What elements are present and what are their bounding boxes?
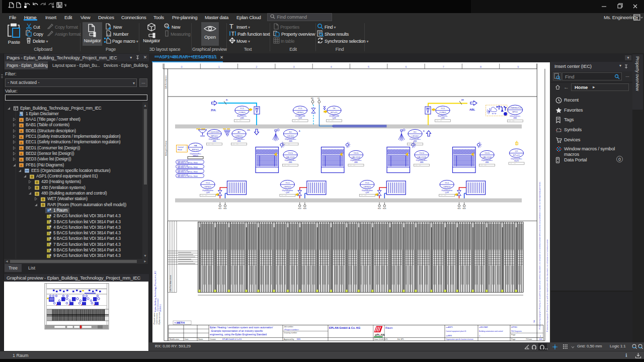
svg-text:4M6: 4M6 <box>486 161 489 163</box>
svg-text:3: 3 <box>293 65 294 68</box>
svg-text:YC1: YC1 <box>206 182 210 184</box>
svg-text:EES: EES <box>297 338 301 340</box>
svg-text:TK: TK <box>333 107 336 110</box>
svg-text:Open: Open <box>204 34 216 40</box>
svg-text:MF001: MF001 <box>211 135 218 137</box>
svg-text:QM5: QM5 <box>441 117 445 119</box>
svg-text:==ASP1: ==ASP1 <box>446 326 453 328</box>
svg-text:YC1: YC1 <box>240 107 245 110</box>
svg-text:&: & <box>20 130 22 133</box>
svg-text:=480.RAR: =480.RAR <box>479 326 488 328</box>
svg-text:4M6: 4M6 <box>354 161 358 163</box>
svg-text:7: 7 <box>443 65 444 68</box>
svg-text:9: 9 <box>517 65 519 68</box>
svg-text:8: 8 <box>480 65 481 68</box>
svg-text:Protected by copyright. Passin: Protected by copyright. Passing on as we… <box>546 239 548 332</box>
svg-text:YC1: YC1 <box>285 182 290 184</box>
svg-text:KC: KC <box>289 131 292 133</box>
svg-text:T IQ01UI4C: T IQ01UI4C <box>208 131 220 133</box>
svg-text:Approved by: Approved by <box>284 338 294 340</box>
svg-text:H2R: H2R <box>383 208 386 210</box>
svg-text:Creator: Creator <box>210 338 216 340</box>
svg-text:A2: A2 <box>237 131 240 133</box>
svg-text:EP=01: EP=01 <box>513 154 520 156</box>
svg-text:H2R: H2R <box>463 208 466 210</box>
svg-text:4M6: 4M6 <box>237 140 241 142</box>
svg-text:- Example representation of an: - Example representation of an industry-… <box>210 329 263 332</box>
svg-text:LAN 0W01 01 TMF 5U+ 78G01: LAN 0W01 01 TMF 5U+ 78G01 <box>178 162 198 164</box>
svg-text:LAN 0W01 01 TMF 5U+ 78G01: LAN 0W01 01 TMF 5U+ 78G01 <box>178 166 198 168</box>
svg-text:1AL0101: 1AL0101 <box>286 156 295 158</box>
svg-text:2026.0.1: 2026.0.1 <box>159 304 162 312</box>
svg-text:HA: HA <box>194 144 197 147</box>
svg-text:4M6: 4M6 <box>513 117 517 119</box>
svg-text:1: 1 <box>218 65 220 68</box>
svg-text:&: & <box>20 147 22 150</box>
svg-text:KC: KC <box>414 131 417 133</box>
svg-text:Organization specific location: Organization specific location structure <box>446 338 473 340</box>
svg-text:1AL0102: 1AL0102 <box>352 156 361 158</box>
svg-text:4Q20: 4Q20 <box>514 160 519 162</box>
svg-text:EPLAN GmbH & Co.KG: EPLAN GmbH & Co.KG <box>222 338 242 340</box>
svg-text:LAN 0W01 01 TMF 5U+ 78G01: LAN 0W01 01 TMF 5U+ 78G01 <box>178 171 198 173</box>
svg-text:Q4S: Q4S <box>365 192 369 194</box>
svg-text:&: & <box>20 141 22 144</box>
svg-text:1: 1 <box>540 335 541 337</box>
svg-text:&: & <box>20 164 22 167</box>
svg-text:LEU02: LEU02 <box>412 135 419 137</box>
svg-text:&PFB1: &PFB1 <box>511 326 517 328</box>
svg-text:&: & <box>20 152 22 155</box>
svg-text:4M600: 4M600 <box>193 155 198 157</box>
svg-text:6: 6 <box>405 65 407 68</box>
svg-text:T: T <box>231 31 235 37</box>
svg-text:Page: Page <box>511 334 515 336</box>
svg-text:108: 108 <box>539 338 542 340</box>
svg-text:5: 5 <box>368 65 369 68</box>
svg-text:VVR01: VVR01 <box>439 111 446 114</box>
svg-text:T: T <box>229 23 233 30</box>
svg-text:ePLAN: ePLAN <box>375 333 385 336</box>
svg-text:==EES: ==EES <box>446 335 452 337</box>
svg-text:AL: AL <box>226 99 228 101</box>
svg-text:engineering, using the Eplan E: engineering, using the Eplan Engineering… <box>210 333 267 336</box>
svg-text:H2V: H2V <box>218 208 222 210</box>
svg-text:LAN 0W01 01 TMF 5U+ 78G01: LAN 0W01 01 TMF 5U+ 78G01 <box>178 175 198 177</box>
svg-text:73 from: 73 from <box>526 338 532 340</box>
svg-text:ABL: ABL <box>469 108 475 111</box>
svg-text:4M6: 4M6 <box>420 161 424 163</box>
svg-text:Date 13.08.2025: Date 13.08.2025 <box>374 338 388 340</box>
svg-text:Q4S: Q4S <box>206 192 210 194</box>
svg-text:Head: Head <box>178 149 182 151</box>
svg-text:1,2: 1,2 <box>107 33 111 36</box>
svg-text:Eplan 'Heating / ventilation s: Eplan 'Heating / ventilation system and … <box>210 326 273 329</box>
svg-text:4: 4 <box>331 65 332 68</box>
svg-text:<Project number>: <Project number> <box>284 329 299 331</box>
svg-text:H2R: H2R <box>303 208 307 210</box>
svg-text:VVR01: VVR01 <box>238 111 246 114</box>
svg-text:=.WET/4: =.WET/4 <box>175 321 185 324</box>
svg-text:&: & <box>20 135 22 138</box>
svg-text:Name: Name <box>198 338 203 340</box>
svg-text:YIC5: YIC5 <box>288 152 293 154</box>
svg-text:MD: MD <box>311 98 314 100</box>
svg-text:R8G01: R8G01 <box>192 148 199 151</box>
svg-text:4M6: 4M6 <box>289 140 292 142</box>
svg-text:AB: AB <box>461 99 464 101</box>
svg-text:YC1: YC1 <box>298 107 302 110</box>
svg-text:QM5: QM5 <box>240 117 244 119</box>
svg-text:VEN03: VEN03 <box>364 186 371 188</box>
svg-text:2: 2 <box>256 65 257 68</box>
svg-text:GA-Kennlinien: GA-Kennlinien <box>165 75 167 89</box>
svg-text:4M6: 4M6 <box>289 161 292 163</box>
svg-text:1AL0104: 1AL0104 <box>482 156 492 158</box>
svg-text:YIC5: YIC5 <box>485 152 490 154</box>
svg-text:Navigator: Navigator <box>143 38 160 43</box>
svg-text:H2V: H2V <box>457 208 461 210</box>
svg-text:Job number: Job number <box>284 326 294 328</box>
svg-text:VD: VD <box>317 98 320 100</box>
svg-text:EPLAN GmbH & Co. KG: EPLAN GmbH & Co. KG <box>329 326 360 329</box>
svg-text:QM001: QM001 <box>235 135 243 137</box>
svg-text:Date: Date <box>185 338 189 340</box>
svg-text:Drawing number: Drawing number <box>284 332 297 334</box>
svg-text:VEN04: VEN04 <box>443 186 450 188</box>
